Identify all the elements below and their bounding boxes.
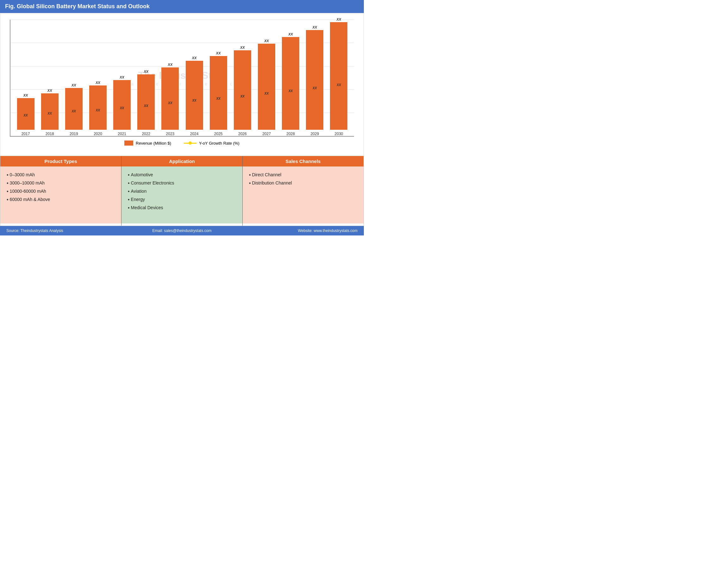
bar-top-label: XX [337,17,341,21]
product-type-item: •3000–10000 mAh [7,179,115,187]
bar: XX [17,98,34,130]
legend-bar-item: Revenue (Million $) [124,140,171,146]
legend-bar-label: Revenue (Million $) [136,141,171,146]
bar-top-label: XX [71,83,76,87]
bar-mid-label: XX [192,99,196,102]
bar-group: XXXX2017 [14,93,38,136]
item-text: Direct Channel [252,172,282,177]
bullet-icon: • [249,181,251,186]
product-type-item: •0–3000 mAh [7,171,115,179]
bar-group: XXXX2026 [230,46,254,136]
bar-top-label: XX [144,70,148,73]
footer-website: Website: www.theindustrystats.com [241,229,358,233]
bar-top-label: XX [312,25,317,29]
bar-mid-label: XX [120,106,124,110]
bar-top-label: XX [264,39,269,43]
bar-top-label: XX [216,51,221,55]
application-item: •Energy [128,196,236,204]
bar-top-label: XX [47,89,52,92]
year-label: 2029 [310,132,319,136]
bar: XX [306,30,323,130]
bar-group: XXXX2027 [254,39,278,136]
bar-group: XXXX2021 [110,75,134,136]
item-text: Distribution Channel [252,181,292,186]
item-text: 0–3000 mAh [10,172,35,177]
year-label: 2025 [214,132,223,136]
bullet-icon: • [128,197,130,203]
bar-mid-label: XX [217,97,221,100]
year-label: 2017 [21,132,30,136]
bullet-icon: • [128,172,130,178]
bar-top-label: XX [168,63,173,66]
bullet-icon: • [7,181,9,186]
item-text: Consumer Electronics [131,181,174,186]
bar-group: XXXX2023 [158,63,182,136]
chart-title: Fig. Global Silicon Battery Market Statu… [0,0,364,13]
bar: XX [137,74,155,130]
item-text: Energy [131,197,145,202]
legend-line-label: Y-oY Growth Rate (%) [199,141,240,146]
chart-legend: Revenue (Million $) Y-oY Growth Rate (%) [10,140,354,146]
footer: Source: Theindustrystats Analysis Email:… [0,226,364,236]
item-text: Medical Devices [131,205,163,210]
bar-group: XXXX2024 [182,56,206,136]
bar: XX [258,44,275,130]
bar-group: XXXX2028 [279,32,303,136]
product-types-content: •0–3000 mAh•3000–10000 mAh•10000-60000 m… [0,167,121,224]
year-label: 2018 [46,132,54,136]
legend-line-icon [184,143,197,144]
bar-mid-label: XX [337,83,341,87]
bar-group: XXXX2025 [206,51,230,136]
bullet-icon: • [128,181,130,186]
bar-group: XXXX2020 [86,81,110,136]
bar-mid-label: XX [289,89,293,93]
bar-group: XXXX2029 [303,25,327,136]
year-label: 2028 [286,132,295,136]
product-type-item: •60000 mAh & Above [7,196,115,204]
year-label: 2020 [94,132,102,136]
year-label: 2023 [166,132,174,136]
bullet-icon: • [7,172,9,178]
bar: XX [330,22,347,130]
bar-mid-label: XX [265,92,269,95]
sales-channels-box: Sales Channels •Direct Channel•Distribut… [243,156,364,226]
footer-source: Source: Theindustrystats Analysis [6,229,123,233]
title-text: Fig. Global Silicon Battery Market Statu… [5,3,150,9]
item-text: 60000 mAh & Above [10,197,50,202]
bullet-icon: • [249,172,251,178]
bar: XX [282,37,299,130]
application-item: •Automotive [128,171,236,179]
bar-mid-label: XX [48,112,52,115]
year-label: 2030 [335,132,343,136]
item-text: Automotive [131,172,153,177]
bar-mid-label: XX [72,109,76,113]
bar-top-label: XX [119,75,124,79]
bar: XX [113,80,131,130]
bar: XX [41,93,58,130]
year-label: 2021 [118,132,126,136]
bar-group: XXXX2018 [38,89,62,136]
bar-top-label: XX [288,32,293,36]
sales-channels-content: •Direct Channel•Distribution Channel [243,167,364,224]
bar-top-label: XX [95,81,100,84]
bar-mid-label: XX [168,101,172,105]
bar: XX [186,61,203,130]
bullet-icon: • [128,205,130,211]
bar-top-label: XX [192,56,197,60]
bar-top-label: XX [23,93,28,97]
application-content: •Automotive•Consumer Electronics•Aviatio… [121,167,242,224]
application-item: •Medical Devices [128,204,236,212]
svg-point-2 [72,79,77,83]
bar-group: XXXX2019 [62,83,86,136]
year-label: 2019 [70,132,78,136]
item-text: Aviation [131,189,147,194]
sales-channels-header: Sales Channels [243,156,364,167]
application-box: Application •Automotive•Consumer Electro… [121,156,242,226]
year-label: 2027 [262,132,271,136]
bar: XX [234,50,251,130]
application-item: •Consumer Electronics [128,179,236,187]
footer-email: Email: sales@theindustrystats.com [123,229,241,233]
product-type-item: •10000-60000 mAh [7,187,115,196]
legend-line-item: Y-oY Growth Rate (%) [184,140,240,146]
bar-mid-label: XX [96,108,100,112]
